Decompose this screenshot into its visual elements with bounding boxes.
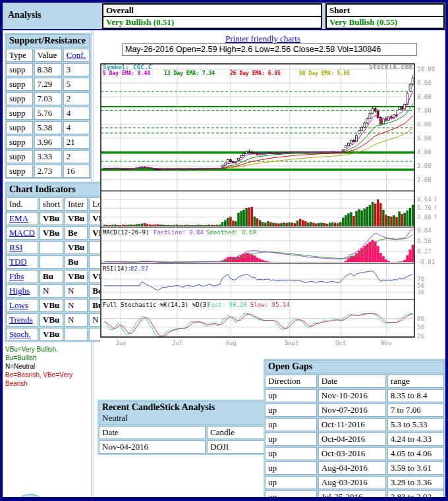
ci-inter: VBu — [65, 241, 88, 254]
ci-name: MACD — [6, 226, 38, 240]
og-direction: up — [265, 433, 317, 446]
svg-text:50: 50 — [417, 324, 424, 330]
open-gaps-title: Open Gaps — [265, 360, 444, 373]
og-range: 8.35 to 8.4 — [387, 389, 444, 402]
indicator-link-trends[interactable]: Trends — [9, 315, 33, 325]
ci-inter — [65, 328, 88, 341]
ci-name: Trends — [6, 313, 38, 327]
svg-text:Jun: Jun — [116, 340, 126, 346]
ohlc-summary: May-26-2016 Open=2.59 High=2.6 Low=2.56 … — [122, 43, 417, 56]
svg-text:RSI(14):: RSI(14): — [103, 265, 131, 272]
sr-col-conf: Conf. — [63, 49, 90, 62]
indicator-link-ema[interactable]: EMA — [9, 213, 28, 223]
main-area: Printer friendly charts May-26-2016 Open… — [95, 30, 445, 497]
gap-row: upOct-03-20164.05 to 4.06 — [265, 447, 444, 460]
overall-value: Very Bullish (0.51) — [103, 17, 321, 28]
ci-short: Bu — [40, 270, 63, 283]
legend-neutral: N=Neutral — [5, 362, 91, 371]
sr-type: supp — [6, 107, 33, 120]
og-range: 3.59 to 3.61 — [387, 461, 444, 475]
svg-text:Oct: Oct — [335, 340, 346, 346]
candlestick-analysis-section: Recent CandleStick Analysis Neutral Date… — [98, 400, 267, 455]
svg-text:Nov: Nov — [381, 340, 391, 346]
og-direction: up — [265, 490, 317, 497]
gap-row: upOct-11-20165.3 to 5.33 — [265, 418, 444, 431]
ci-short: VBu — [40, 313, 63, 327]
overall-label: Overall — [103, 5, 321, 17]
sr-value: 7.03 — [34, 92, 62, 105]
svg-text:Sept: Sept — [285, 340, 299, 346]
gap-row: upNov-07-20167 to 7.06 — [265, 404, 444, 417]
svg-text:6.00: 6.00 — [417, 121, 432, 128]
svg-text:Symbol: CGC.C: Symbol: CGC.C — [103, 63, 152, 70]
svg-text:82.97: 82.97 — [130, 265, 148, 272]
svg-text:-0.01: -0.01 — [417, 259, 435, 265]
indicator-link-highs[interactable]: Highs — [9, 286, 30, 296]
og-direction: up — [265, 389, 317, 402]
support-row: supp7.032 — [6, 92, 90, 105]
gap-row: upNov-10-20168.35 to 8.4 — [265, 389, 444, 402]
og-direction: up — [265, 418, 317, 431]
svg-text:80: 80 — [417, 315, 424, 322]
svg-text:50: 50 — [417, 282, 424, 289]
ci-short: VBu — [40, 226, 63, 240]
svg-text:0.56: 0.56 — [417, 238, 432, 244]
sr-conf: 5 — [63, 78, 90, 91]
og-date: Aug-03-2016 — [318, 476, 386, 489]
candlestick-analysis-subtitle: Neutral — [102, 413, 263, 423]
overall-score-box: Overall Very Bullish (0.51) — [102, 3, 322, 29]
indicator-link-stoch[interactable]: Stoch. — [9, 329, 31, 339]
page: Analysis Overall Very Bullish (0.51) Sho… — [3, 3, 445, 497]
ci-name: Stoch. — [6, 328, 38, 341]
sr-type: supp — [6, 136, 33, 149]
svg-text:9.00: 9.00 — [417, 80, 432, 86]
svg-text:MACD(12-26-9): MACD(12-26-9) — [103, 229, 149, 236]
short-label: Short — [327, 5, 443, 17]
og-col-direction: Direction — [265, 375, 317, 388]
svg-text:10.00: 10.00 — [417, 66, 435, 72]
ci-col-inter: Inter — [65, 198, 88, 211]
svg-text:Full Stochastic %K(14,3) %D(3): Full Stochastic %K(14,3) %D(3) — [103, 302, 210, 308]
support-row: supp5.764 — [6, 107, 90, 120]
og-range: 5.3 to 5.33 — [387, 418, 444, 431]
svg-text:20: 20 — [417, 333, 424, 340]
og-col-range: range — [387, 375, 444, 388]
sr-conf: 4 — [63, 121, 90, 134]
ci-short: N — [40, 284, 63, 298]
og-date: Oct-04-2016 — [318, 433, 386, 446]
top-band: Analysis Overall Very Bullish (0.51) Sho… — [3, 3, 445, 29]
og-direction: up — [265, 447, 317, 460]
indicator-link-macd[interactable]: MACD — [9, 228, 35, 238]
sr-value: 2.73 — [34, 165, 62, 178]
support-row: supp3.9621 — [6, 136, 90, 149]
gap-row: upJul-25-20162.83 to 2.92 — [265, 490, 444, 497]
svg-text:5 Day EMA: 8.48: 5 Day EMA: 8.48 — [103, 70, 150, 76]
indicator-link-fibs[interactable]: Fibs — [9, 271, 24, 281]
candlestick-row: Nov-04-2016DOJI — [99, 440, 266, 454]
candlestick-analysis-title: Recent CandleStick Analysis — [102, 402, 263, 413]
ci-name: Lows — [6, 299, 38, 312]
support-row: supp8.383 — [6, 63, 90, 76]
cs-col-candle: Candle — [207, 426, 266, 439]
open-gaps-section: Open Gaps DirectionDaterange upNov-10-20… — [264, 359, 445, 497]
ci-name: Highs — [6, 284, 38, 298]
printer-friendly-link[interactable]: Printer friendly charts — [225, 34, 300, 43]
svg-text:3.00: 3.00 — [417, 163, 432, 169]
og-direction: up — [265, 476, 317, 489]
indicator-link-tdd[interactable]: TDD — [9, 257, 27, 267]
svg-text:13 Day EMA: 7.34: 13 Day EMA: 7.34 — [164, 70, 215, 76]
og-date: Oct-11-2016 — [318, 418, 386, 431]
og-date: Jul-25-2016 — [318, 490, 386, 497]
indicator-link-lows[interactable]: Lows — [9, 300, 28, 310]
ci-short — [40, 241, 63, 254]
gap-row: upAug-03-20163.29 to 3.36 — [265, 476, 444, 489]
svg-text:2.00: 2.00 — [417, 176, 432, 183]
indicator-link-rsi[interactable]: RSI — [9, 242, 22, 252]
sr-type: supp — [6, 165, 33, 178]
sr-conf: 3 — [63, 63, 90, 76]
svg-text:Smoothed: 0.69: Smoothed: 0.69 — [206, 229, 256, 236]
sr-conf-link[interactable]: Conf. — [67, 50, 86, 60]
support-row: supp2.7316 — [6, 165, 90, 178]
svg-text:0.84: 0.84 — [417, 227, 432, 234]
sr-conf: 21 — [63, 136, 90, 149]
